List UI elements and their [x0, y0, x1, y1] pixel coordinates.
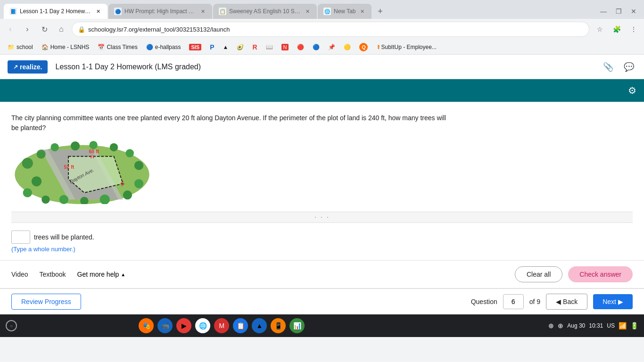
bookmark-school[interactable]: 📁 school [4, 42, 37, 52]
svg-point-10 [50, 143, 58, 151]
taskbar-region: US [607, 322, 615, 329]
avocado-icon: 🥑 [237, 44, 244, 50]
bookmark-ehallpass[interactable]: 🔵 e-hallpass [142, 42, 185, 52]
question-number-input[interactable]: 6 [503, 294, 524, 309]
section-divider: · · · [11, 212, 633, 223]
svg-point-18 [134, 179, 143, 188]
bookmark-drive[interactable]: ▲ [219, 42, 232, 52]
tab-syllabus[interactable]: 📋 Sweeney AS English 10 Syllabu ✕ [213, 4, 317, 19]
bookmark-home-lsnhs[interactable]: 🏠 Home - LSNHS [38, 42, 93, 52]
bookmark-avocado[interactable]: 🥑 [233, 42, 248, 52]
extensions-button[interactable]: 🧩 [610, 23, 623, 36]
svg-point-12 [23, 188, 32, 197]
attachment-button[interactable]: 📎 [601, 59, 616, 74]
taskbar-app-6[interactable]: ▲ [252, 318, 267, 333]
bookmark-book[interactable]: 📖 [262, 42, 277, 52]
red-icon: 🔴 [297, 44, 304, 50]
bookmark-blue2[interactable]: 🔵 [309, 42, 323, 52]
tab-lesson-homework[interactable]: 📘 Lesson 1-1 Day 2 Homework | ✕ [4, 4, 107, 19]
answer-hint: (Type a whole number.) [11, 246, 633, 253]
bookmark-p[interactable]: P [206, 42, 218, 52]
bookmark-ehallpass-label: e-hallpass [155, 44, 181, 50]
label-52ft: 52 ft [64, 164, 74, 170]
bookmark-star-button[interactable]: ☆ [593, 23, 606, 36]
taskbar-date: Aug 30 [567, 322, 585, 329]
back-button-label: Back [563, 298, 578, 305]
check-answer-button[interactable]: Check answer [568, 266, 633, 282]
chrome-os-launcher[interactable]: ○ [6, 320, 17, 331]
bookmark-r[interactable]: R [248, 42, 261, 52]
close-button[interactable]: ✕ [627, 5, 640, 18]
bookmark-class-times[interactable]: 📅 Class Times [94, 42, 141, 52]
tab-title-3: Sweeney AS English 10 Syllabu [229, 8, 301, 15]
realize-logo-icon: ↗ [13, 64, 18, 70]
tab-bar: 📘 Lesson 1-1 Day 2 Homework | ✕ 🔵 HW Pro… [0, 0, 644, 19]
next-button[interactable]: Next ▶ [593, 294, 633, 309]
tab-favicon-2: 🔵 [114, 8, 122, 15]
taskbar-app-2[interactable]: 📹 [157, 318, 173, 333]
submitup-icon: ⬆ [376, 44, 381, 50]
browser-chrome: 📘 Lesson 1-1 Day 2 Homework | ✕ 🔵 HW Pro… [0, 0, 644, 55]
textbook-link[interactable]: Textbook [40, 271, 66, 278]
taskbar-app-3[interactable]: ▶ [176, 318, 191, 333]
svg-point-23 [71, 141, 80, 150]
taskbar-chrome[interactable]: 🌐 [195, 318, 210, 333]
taskbar-app-4[interactable]: M [214, 318, 229, 333]
tab-new-tab[interactable]: 🌐 New Tab ✕ [318, 4, 372, 19]
secure-icon: 🔒 [78, 26, 85, 33]
battery-icon: 🔋 [630, 322, 638, 329]
clear-all-button[interactable]: Clear all [515, 266, 562, 282]
review-progress-button[interactable]: Review Progress [11, 294, 81, 310]
tab-title-4: New Tab [334, 8, 355, 15]
battery-add-icon: ⊕ [548, 322, 554, 329]
bookmark-yellow[interactable]: 🟡 [340, 42, 355, 52]
back-chevron-icon: ◀ [556, 298, 561, 305]
forward-nav-button[interactable]: › [21, 23, 34, 36]
next-chevron-icon: ▶ [618, 298, 623, 305]
minimize-button[interactable]: — [597, 5, 610, 18]
tab-hw-prompt[interactable]: 🔵 HW Prompt: High Impact Tech ✕ [108, 4, 212, 19]
window-controls: — ❐ ✕ [597, 5, 640, 18]
page-title: Lesson 1-1 Day 2 Homework (LMS graded) [55, 63, 601, 71]
comment-button[interactable]: 💬 [621, 59, 636, 74]
drive-icon: ▲ [223, 44, 229, 50]
home-button[interactable]: ⌂ [55, 23, 68, 36]
answer-input[interactable] [11, 230, 30, 244]
back-nav-button[interactable]: ‹ [4, 23, 17, 36]
bookmark-q[interactable]: Q [355, 41, 372, 53]
bookmark-class-times-label: Class Times [107, 44, 137, 50]
tab-close-1[interactable]: ✕ [94, 8, 102, 15]
new-tab-button[interactable]: + [373, 5, 387, 18]
address-text: schoology.lsr7.org/external_tool/3032153… [88, 26, 583, 33]
taskbar: ○ 🎭 📹 ▶ 🌐 M 📋 ▲ 📱 📊 ⊕ ⊕ Au [0, 314, 644, 337]
brightness-icon: ⊕ [558, 322, 563, 329]
bookmark-pin[interactable]: 📌 [324, 42, 339, 52]
bookmark-submitup[interactable]: ⬆ SubItUp - Employee... [372, 42, 440, 52]
settings-gear-button[interactable]: ⚙ [628, 85, 636, 96]
svg-point-9 [37, 149, 46, 158]
address-bar[interactable]: 🔒 schoology.lsr7.org/external_tool/30321… [72, 22, 589, 37]
home-icon: 🏠 [41, 44, 49, 50]
reload-button[interactable]: ↻ [38, 23, 51, 36]
video-link[interactable]: Video [11, 271, 28, 278]
tab-close-3[interactable]: ✕ [304, 8, 311, 15]
svg-point-11 [32, 176, 41, 186]
app-icon-5: 📋 [237, 322, 245, 329]
bookmark-red[interactable]: 🔴 [293, 42, 308, 52]
realize-logo[interactable]: ↗ realize. [8, 60, 48, 74]
taskbar-app-1[interactable]: 🎭 [139, 318, 154, 333]
toolbar-right: Clear all Check answer [515, 266, 633, 282]
back-button[interactable]: ◀ Back [546, 294, 587, 310]
taskbar-app-7[interactable]: 📱 [271, 318, 286, 333]
menu-button[interactable]: ⋮ [627, 23, 640, 36]
taskbar-app-8[interactable]: 📊 [289, 318, 305, 333]
app-icon-3: ▶ [182, 322, 187, 329]
tab-close-4[interactable]: ✕ [358, 8, 366, 15]
bookmark-n[interactable]: N [278, 42, 293, 52]
maximize-button[interactable]: ❐ [612, 5, 625, 18]
get-more-help-button[interactable]: Get more help ▲ [77, 271, 126, 278]
taskbar-app-5[interactable]: 📋 [233, 318, 248, 333]
tab-close-2[interactable]: ✕ [199, 8, 206, 15]
bookmark-sis[interactable]: SIS [185, 42, 205, 52]
svg-point-21 [110, 143, 118, 151]
